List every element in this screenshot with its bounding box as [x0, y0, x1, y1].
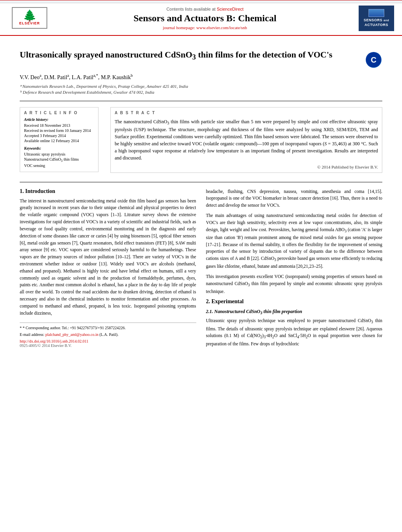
section1-paragraph3: The main advantages of using nanostructu…: [206, 212, 383, 270]
section2-paragraph1: Ultrasonic spray pyrolysis technique was…: [206, 317, 383, 347]
crossmark-logo: C: [365, 51, 382, 69]
sensors-logo-image: [368, 9, 384, 17]
received-revised-date: Received in revised form 10 January 2014: [24, 128, 94, 133]
journal-title-block: Contents lists available at ScienceDirec…: [51, 7, 359, 30]
article-info-box: A R T I C L E I N F O Article history: R…: [20, 107, 99, 172]
keyword-1: Ultrasonic spray pyrolysis: [24, 152, 94, 156]
section1-paragraph2: headache, flushing, CNS depression, naus…: [206, 188, 383, 209]
received-date: Received 18 November 2013: [24, 123, 94, 128]
section1-paragraph1: The interest in nanostructured semicondu…: [20, 198, 196, 317]
sensors-logo-text: SENSORS andACTUATORS: [364, 18, 389, 27]
divider-2: [20, 182, 382, 182]
authors: V.V. Deoa, D.M. Patila, L.A. Patila,*, M…: [20, 73, 382, 81]
header-main: 🌲 ELSEVIER Contents lists available at S…: [0, 3, 402, 33]
tree-icon: 🌲: [23, 10, 37, 21]
contents-text: Contents lists available at ScienceDirec…: [51, 7, 359, 11]
citation-bar: [0, 0, 402, 3]
abstract-box: A B S T R A C T The nanostructured CdSnO…: [110, 107, 382, 173]
journal-homepage: journal homepage: www.elsevier.com/locat…: [51, 25, 359, 30]
journal-header: 🌲 ELSEVIER Contents lists available at S…: [0, 0, 402, 36]
sensors-actuators-logo: SENSORS andACTUATORS: [359, 6, 394, 31]
homepage-url[interactable]: www.elsevier.com/locate/snb: [196, 25, 247, 30]
section2-header: 2. Experimental: [206, 298, 383, 305]
page: 🌲 ELSEVIER Contents lists available at S…: [0, 0, 402, 532]
issn-line: 0925-4005/© 2014 Elsevier B.V.: [20, 343, 196, 348]
journal-name: Sensors and Actuators B: Chemical: [51, 13, 359, 24]
footnote-email: E-mail address: plalchand_phy_aml@yahoo.…: [20, 332, 196, 337]
copyright-text: © 2014 Published by Elsevier B.V.: [115, 165, 378, 169]
content-left: 1. Introduction The interest in nanostru…: [20, 188, 196, 351]
email-link[interactable]: plalchand_phy_aml@yahoo.co.in: [45, 332, 99, 337]
crossmark-icon: C: [366, 52, 382, 68]
elsevier-logo: 🌲 ELSEVIER: [8, 7, 51, 30]
article-title: Ultrasonically sprayed nanostructured Cd…: [20, 49, 365, 62]
footnote-area: * * Corresponding author. Tel.: +91 9422…: [20, 323, 196, 348]
available-date: Available online 12 February 2014: [24, 139, 94, 143]
content-right: headache, flushing, CNS depression, naus…: [206, 188, 383, 351]
svg-text:C: C: [370, 56, 376, 64]
affiliation-a: ᵃ Nanomaterials Research Lab., Departmen…: [20, 84, 382, 89]
section2-subheader: 2.1. Nanostructured CdSnO3 thin film pre…: [206, 309, 383, 315]
affiliations: ᵃ Nanomaterials Research Lab., Departmen…: [20, 84, 382, 95]
footnote-star-text: * * Corresponding author. Tel.: +91 9422…: [20, 325, 196, 331]
email-label: E-mail address:: [20, 332, 44, 337]
accepted-date: Accepted 3 February 2014: [24, 133, 94, 138]
section1-paragraph4: This investigation presents excellent VO…: [206, 273, 383, 295]
article-body: Ultrasonically sprayed nanostructured Cd…: [0, 37, 402, 358]
doi-line: http://dx.doi.org/10.1016/j.snb.2014.02.…: [20, 339, 196, 343]
abstract-text: The nanostructured CdSnO3 thin films wit…: [115, 118, 378, 161]
abstract-title: A B S T R A C T: [115, 111, 378, 115]
main-content: 1. Introduction The interest in nanostru…: [20, 188, 382, 351]
article-info-col: A R T I C L E I N F O Article history: R…: [20, 107, 99, 176]
divider-1: [20, 101, 382, 101]
article-info-title: A R T I C L E I N F O: [24, 111, 94, 115]
email-person: (L.A. Patil).: [99, 332, 118, 337]
abstract-col: A B S T R A C T The nanostructured CdSnO…: [110, 107, 382, 176]
affiliation-b: ᵇ Defence Research and Development Estab…: [20, 90, 382, 95]
keyword-2: Nanostructured CdSnO3 thin films: [24, 157, 94, 163]
keywords-title: Keywords:: [24, 146, 94, 150]
article-title-section: Ultrasonically sprayed nanostructured Cd…: [20, 49, 382, 69]
article-history-title: Article history:: [24, 117, 94, 122]
elsevier-name: ELSEVIER: [19, 21, 40, 25]
keyword-3: VOC sensing: [24, 163, 94, 168]
sciencedirect-link[interactable]: ScienceDirect: [217, 7, 244, 11]
section1-header: 1. Introduction: [20, 188, 196, 195]
info-abstract-row: A R T I C L E I N F O Article history: R…: [20, 107, 382, 176]
elsevier-logo-box: 🌲 ELSEVIER: [12, 7, 47, 29]
